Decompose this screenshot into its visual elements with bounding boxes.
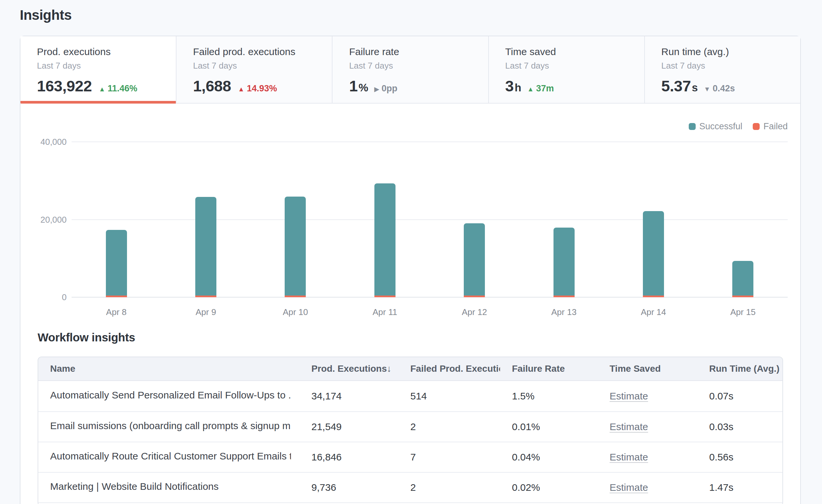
metric-label: Prod. executions — [37, 46, 160, 57]
failure-rate-value: 1.5% — [500, 391, 598, 402]
metric-period: Last 7 days — [505, 61, 629, 71]
metric-cards-row: Prod. executions Last 7 days 163,922 ▲ 1… — [20, 36, 800, 104]
workflow-name-link[interactable]: Automatically Send Personalized Email Fo… — [50, 390, 291, 401]
metric-card-failed-prod-executions[interactable]: Failed prod. executions Last 7 days 1,68… — [176, 36, 332, 103]
metric-delta: 11.46% — [107, 83, 137, 94]
bar-failed-segment — [464, 296, 485, 297]
metric-card-prod-executions[interactable]: Prod. executions Last 7 days 163,922 ▲ 1… — [20, 36, 176, 103]
x-tick-label: Apr 9 — [195, 307, 216, 317]
legend-label: Successful — [699, 121, 743, 132]
bar-failed-segment — [374, 296, 396, 297]
legend-item-failed[interactable]: Failed — [753, 121, 788, 132]
failed-prod-executions-value: 2 — [398, 421, 500, 432]
trend-up-icon: ▲ — [527, 85, 534, 93]
failed-swatch-icon — [753, 123, 760, 130]
metric-delta: 37m — [536, 83, 554, 94]
legend-label: Failed — [763, 121, 788, 132]
trend-up-icon: ▲ — [238, 85, 245, 93]
bar-apr-10[interactable] — [285, 196, 306, 297]
run-time-value: 0.07s — [697, 391, 782, 402]
successful-swatch-icon — [689, 123, 696, 130]
x-tick-label: Apr 11 — [372, 307, 397, 317]
run-time-value: 0.03s — [697, 421, 782, 432]
workflow-name-link[interactable]: Automatically Route Critical Customer Su… — [50, 451, 291, 462]
bar-successful-segment — [285, 196, 306, 296]
column-header-time-saved[interactable]: Time Saved — [598, 364, 697, 374]
column-header-failure-rate[interactable]: Failure Rate — [500, 364, 598, 374]
metric-period: Last 7 days — [661, 61, 784, 71]
metric-delta: 0pp — [382, 83, 397, 94]
bar-apr-11[interactable] — [374, 183, 396, 297]
time-saved-estimate-link[interactable]: Estimate — [609, 452, 648, 462]
bar-successful-segment — [553, 227, 574, 296]
workflow-insights-title: Workflow insights — [38, 331, 783, 344]
x-tick-label: Apr 10 — [283, 307, 308, 317]
bar-successful-segment — [106, 230, 127, 296]
table-row: Marketing | Website Build Notifications … — [38, 472, 782, 502]
gridline — [72, 297, 788, 298]
column-header-prod-executions[interactable]: Prod. Executions↓ — [300, 364, 398, 374]
table-row: Automatically Send Personalized Email Fo… — [38, 381, 782, 411]
gridline — [72, 219, 788, 220]
x-tick-label: Apr 15 — [730, 307, 756, 317]
metric-label: Failed prod. executions — [193, 46, 316, 57]
time-saved-estimate-link[interactable]: Estimate — [609, 482, 648, 493]
x-tick-label: Apr 12 — [462, 307, 487, 317]
metric-card-failure-rate[interactable]: Failure rate Last 7 days 1 % ▶ 0pp — [332, 36, 488, 103]
bar-failed-segment — [553, 296, 574, 297]
trend-flat-icon: ▶ — [374, 85, 379, 93]
time-saved-estimate-link[interactable]: Estimate — [609, 391, 648, 401]
prod-executions-value: 21,549 — [300, 421, 398, 432]
workflow-insights-section: Workflow insights Name Prod. Executions↓… — [20, 322, 800, 504]
page-title: Insights — [20, 7, 72, 23]
bar-apr-9[interactable] — [195, 197, 217, 297]
bar-apr-13[interactable] — [553, 227, 574, 297]
bar-successful-segment — [464, 223, 485, 296]
executions-chart: Successful Failed 020,00040,000Apr 8Apr … — [20, 104, 800, 322]
metric-label: Failure rate — [349, 46, 472, 57]
bar-failed-segment — [195, 296, 217, 297]
prod-executions-value: 9,736 — [300, 482, 398, 493]
metric-delta: 14.93% — [247, 83, 277, 94]
metric-value: 1,688 — [193, 77, 231, 95]
y-tick-label: 0 — [20, 292, 67, 303]
chart-plot — [72, 142, 788, 297]
table-header-row: Name Prod. Executions↓ Failed Prod. Exec… — [38, 357, 782, 381]
time-saved-estimate-link[interactable]: Estimate — [609, 421, 648, 432]
bar-apr-8[interactable] — [106, 230, 127, 297]
gridline — [72, 141, 788, 142]
bar-apr-14[interactable] — [643, 211, 664, 297]
metric-value: 1 — [349, 77, 358, 95]
bar-failed-segment — [732, 296, 753, 297]
metric-value: 163,922 — [37, 77, 92, 95]
metric-unit: % — [359, 81, 368, 94]
bar-successful-segment — [732, 261, 753, 296]
metric-value: 5.37 — [661, 77, 691, 95]
insights-panel: Prod. executions Last 7 days 163,922 ▲ 1… — [20, 36, 801, 504]
failure-rate-value: 0.01% — [500, 421, 598, 432]
failure-rate-value: 0.04% — [500, 452, 598, 463]
legend-item-successful[interactable]: Successful — [689, 121, 743, 132]
metric-delta: 0.42s — [713, 83, 735, 94]
x-tick-label: Apr 13 — [551, 307, 576, 317]
column-header-name[interactable]: Name — [38, 364, 300, 374]
bar-apr-15[interactable] — [732, 261, 753, 297]
metric-card-run-time-avg[interactable]: Run time (avg.) Last 7 days 5.37 s ▼ 0.4… — [644, 36, 800, 103]
workflow-name-link[interactable]: Email sumissions (onboarding call prompt… — [50, 420, 291, 431]
bar-apr-12[interactable] — [464, 223, 485, 297]
failure-rate-value: 0.02% — [500, 482, 598, 493]
metric-period: Last 7 days — [193, 61, 316, 71]
workflow-name-link[interactable]: Marketing | Website Build Notifications — [50, 481, 219, 492]
column-header-failed-prod-executions[interactable]: Failed Prod. Executions — [398, 364, 500, 374]
trend-down-icon: ▼ — [704, 85, 711, 93]
x-tick-label: Apr 14 — [641, 307, 666, 317]
table-row: Automatically Route Critical Customer Su… — [38, 442, 782, 472]
bar-failed-segment — [106, 296, 127, 297]
prod-executions-value: 34,174 — [300, 391, 398, 402]
table-next-row-partial — [38, 502, 782, 504]
metric-card-time-saved[interactable]: Time saved Last 7 days 3 h ▲ 37m — [488, 36, 644, 103]
bar-successful-segment — [374, 183, 396, 296]
column-header-run-time[interactable]: Run Time (Avg.) — [697, 364, 782, 374]
trend-up-icon: ▲ — [99, 85, 105, 93]
run-time-value: 1.47s — [697, 482, 782, 493]
